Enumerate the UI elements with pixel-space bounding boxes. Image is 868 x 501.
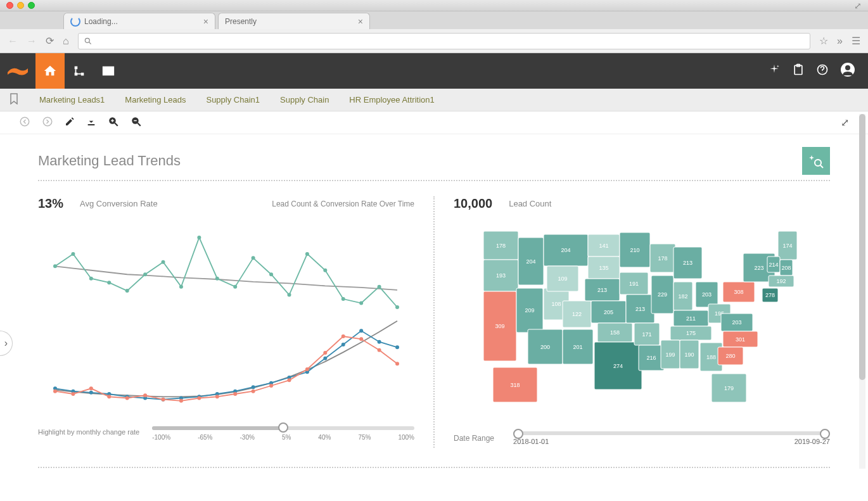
svg-text:193: 193 [496, 272, 506, 279]
tick: -100% [152, 434, 170, 441]
svg-text:223: 223 [754, 265, 763, 271]
nav-forward-icon[interactable]: → [27, 35, 37, 47]
svg-point-46 [252, 385, 255, 389]
svg-text:214: 214 [769, 262, 778, 268]
url-bar[interactable] [78, 33, 810, 49]
zoom-in-icon[interactable] [108, 116, 119, 130]
window-minimize[interactable] [17, 2, 24, 9]
svg-text:309: 309 [495, 323, 504, 329]
svg-point-28 [287, 293, 291, 297]
svg-point-55 [53, 390, 57, 393]
chevron-right-icon[interactable]: » [837, 35, 843, 47]
download-icon[interactable] [86, 117, 96, 129]
clipboard-icon[interactable] [792, 63, 805, 79]
svg-point-15 [53, 264, 57, 268]
svg-text:188: 188 [706, 354, 716, 360]
browser-tab-loading[interactable]: Loading... × [63, 13, 215, 29]
svg-point-30 [323, 269, 327, 272]
svg-point-31 [341, 297, 345, 301]
edit-icon[interactable] [65, 117, 75, 129]
tab-title: Loading... [84, 17, 118, 26]
svg-point-11 [43, 117, 52, 126]
step-back-icon[interactable] [19, 116, 30, 130]
sheet-tab-supply-chain1[interactable]: Supply Chain1 [206, 95, 260, 105]
tick: 100% [398, 434, 414, 441]
fullscreen-icon[interactable]: ⤢ [841, 117, 849, 129]
svg-point-59 [125, 396, 129, 400]
browser-tab-presently[interactable]: Presently × [218, 13, 370, 29]
svg-point-53 [378, 340, 381, 344]
svg-text:205: 205 [604, 309, 613, 315]
sparkle-icon[interactable] [768, 63, 781, 79]
svg-text:135: 135 [599, 265, 608, 271]
svg-point-17 [89, 277, 93, 281]
window-close[interactable] [6, 2, 13, 9]
line-chart[interactable] [38, 219, 414, 409]
svg-point-27 [269, 272, 273, 276]
svg-point-65 [233, 392, 237, 396]
tick: -65% [198, 434, 212, 441]
nav-home-icon[interactable]: ⌂ [63, 35, 69, 47]
insight-button[interactable] [802, 147, 830, 175]
svg-text:199: 199 [665, 352, 675, 358]
svg-text:201: 201 [573, 344, 582, 350]
nav-book-button[interactable] [94, 53, 123, 89]
date-range-slider[interactable]: 2018-01-01 2019-09-27 [513, 429, 830, 448]
nav-reload-icon[interactable]: ⟳ [46, 35, 54, 47]
svg-text:308: 308 [734, 289, 743, 295]
svg-point-69 [305, 367, 309, 371]
svg-point-51 [341, 343, 345, 346]
bookmark-star-icon[interactable]: ☆ [819, 35, 828, 47]
tab-close-icon[interactable]: × [358, 16, 363, 27]
svg-text:108: 108 [551, 301, 561, 307]
divider [38, 467, 830, 468]
step-forward-icon[interactable] [42, 116, 53, 130]
scroll-thumb[interactable] [859, 114, 865, 380]
svg-text:141: 141 [599, 243, 608, 249]
us-map-chart[interactable]: 1781933092042091082002041091222011411352… [454, 219, 830, 421]
content-toolbar: ⤢ [0, 111, 868, 134]
svg-line-1 [89, 42, 91, 44]
divider [38, 180, 830, 181]
sheet-tab-hr-attrition1[interactable]: HR Employee Attrition1 [349, 95, 434, 105]
nav-home-button[interactable] [35, 53, 65, 89]
user-avatar-icon[interactable] [840, 62, 855, 80]
sheet-tab-marketing-leads[interactable]: Marketing Leads [125, 95, 186, 105]
svg-rect-2 [75, 67, 78, 70]
svg-text:190: 190 [684, 352, 694, 358]
svg-text:204: 204 [561, 247, 570, 253]
book-icon [101, 64, 115, 78]
svg-text:179: 179 [724, 385, 734, 391]
svg-point-52 [359, 329, 363, 333]
sheet-tab-supply-chain[interactable]: Supply Chain [280, 95, 329, 105]
hamburger-menu-icon[interactable]: ☰ [852, 35, 860, 47]
metric-conversion-rate: 13% [38, 196, 63, 211]
nav-back-icon[interactable]: ← [8, 35, 18, 47]
change-rate-slider[interactable]: -100% -65% -30% 5% 40% 75% 100% [152, 422, 414, 441]
svg-point-61 [162, 398, 165, 402]
svg-point-57 [89, 386, 93, 390]
window-maximize[interactable] [28, 2, 35, 9]
svg-point-26 [252, 256, 255, 260]
svg-point-16 [71, 252, 75, 256]
help-icon[interactable] [816, 63, 829, 79]
nav-hierarchy-button[interactable] [65, 53, 94, 89]
zoom-out-icon[interactable] [131, 116, 142, 130]
scrollbar[interactable] [859, 114, 865, 469]
window-expand-icon[interactable]: ⤢ [854, 1, 862, 11]
svg-text:109: 109 [558, 276, 567, 282]
window-chrome: ⤢ [0, 0, 868, 11]
svg-point-58 [107, 395, 111, 398]
svg-point-23 [197, 236, 201, 239]
tab-title: Presently [225, 17, 257, 26]
sidebar-expand-handle[interactable]: › [0, 331, 13, 356]
sheet-tab-marketing-leads1[interactable]: Marketing Leads1 [39, 95, 105, 105]
svg-text:178: 178 [496, 243, 506, 249]
tab-close-icon[interactable]: × [203, 16, 208, 27]
app-logo[interactable] [0, 53, 35, 89]
svg-point-73 [378, 348, 381, 352]
bookmark-icon[interactable] [9, 93, 19, 106]
svg-text:301: 301 [736, 336, 745, 343]
svg-text:122: 122 [572, 311, 582, 317]
dashboard-body: › Marketing Lead Trends 13% Avg Conversi… [0, 134, 868, 501]
